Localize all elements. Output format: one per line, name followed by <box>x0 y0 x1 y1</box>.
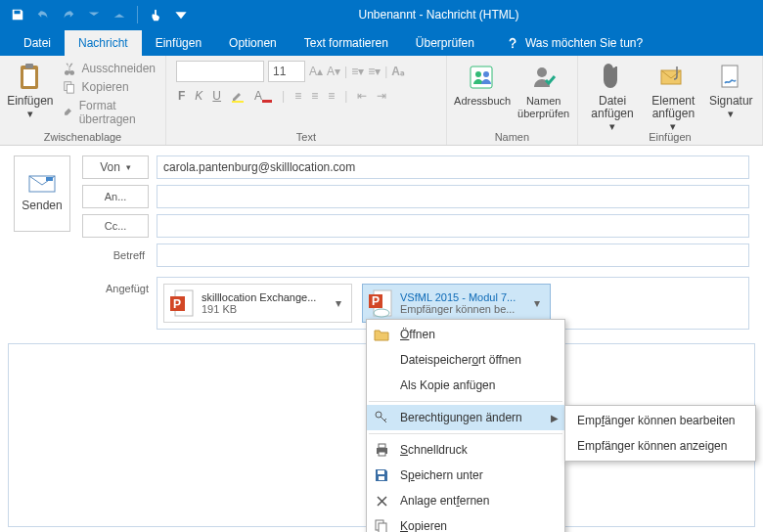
window-title: Unbenannt - Nachricht (HTML) <box>193 8 685 22</box>
svg-rect-26 <box>379 476 384 480</box>
printer-icon <box>373 441 390 459</box>
font-size-combo[interactable]: 11 <box>268 61 305 82</box>
grow-font-icon[interactable]: A▴ <box>309 65 323 78</box>
powerpoint-cloud-icon: P <box>367 288 394 318</box>
align-left-icon[interactable]: ≡ <box>294 89 301 103</box>
send-button[interactable]: Senden <box>14 155 70 232</box>
underline-button[interactable]: U <box>212 89 221 103</box>
highlight-icon[interactable] <box>231 89 245 103</box>
svg-rect-4 <box>67 84 73 93</box>
chevron-down-icon[interactable]: ▾ <box>336 296 347 310</box>
svg-point-9 <box>537 67 547 77</box>
group-attach-label: Einfügen <box>578 131 762 143</box>
svg-rect-24 <box>379 452 385 456</box>
svg-rect-11 <box>722 66 738 87</box>
tab-review[interactable]: Überprüfen <box>402 30 488 56</box>
attachment-item[interactable]: P VSfML 2015 - Modul 7... Empfänger könn… <box>362 284 551 323</box>
align-center-icon[interactable]: ≡ <box>311 89 318 103</box>
qat-redo[interactable] <box>57 3 80 26</box>
svg-rect-6 <box>471 66 492 88</box>
svg-rect-25 <box>378 470 384 474</box>
svg-point-8 <box>483 71 489 77</box>
bold-button[interactable]: F <box>178 89 185 103</box>
qat-undo[interactable] <box>31 3 55 26</box>
subject-field[interactable] <box>157 244 749 267</box>
svg-text:P: P <box>173 297 181 311</box>
ctx-attach-as-copy[interactable]: Als Kopie anfügen <box>367 373 564 398</box>
attached-label: Angefügt <box>82 277 149 294</box>
from-button[interactable]: Von▾ <box>82 155 149 179</box>
cc-button[interactable]: Cc... <box>82 214 149 238</box>
check-names-button[interactable]: Namen überprüfen <box>514 58 572 124</box>
svg-point-20 <box>374 309 389 317</box>
indent-right-icon[interactable]: ⇥ <box>377 89 386 103</box>
qat-save[interactable] <box>6 3 29 26</box>
format-painter-button[interactable]: Format übertragen <box>57 97 161 128</box>
perm-can-view[interactable]: Empfänger können anzeigen <box>565 433 755 459</box>
to-field[interactable] <box>157 185 749 208</box>
remove-icon <box>373 492 390 510</box>
font-color-icon[interactable]: A <box>254 89 272 103</box>
numbering-icon[interactable]: ≡▾ <box>368 65 381 78</box>
qat-touch[interactable] <box>144 3 167 26</box>
svg-rect-5 <box>232 101 244 103</box>
folder-open-icon <box>373 326 390 343</box>
ctx-copy[interactable]: Kopieren <box>367 513 564 532</box>
tab-message[interactable]: Nachricht <box>65 30 142 56</box>
svg-rect-23 <box>379 444 385 448</box>
attachment-item[interactable]: P skilllocation Exchange... 191 KB ▾ <box>163 284 352 323</box>
permissions-submenu: Empfänger können bearbeiten Empfänger kö… <box>564 405 756 462</box>
ctx-quick-print[interactable]: Schnelldruck <box>367 437 564 463</box>
attachment-context-menu: Öffnen Dateispeicherort öffnen Als Kopie… <box>366 319 565 532</box>
submenu-arrow-icon: ▶ <box>551 413 559 423</box>
ctx-save-as[interactable]: Speichern unter <box>367 463 564 488</box>
ctx-change-permissions[interactable]: Berechtigungen ändern ▶ <box>367 405 564 430</box>
subject-label: Betreff <box>82 244 149 267</box>
powerpoint-icon: P <box>168 288 196 318</box>
ctx-open-location[interactable]: Dateispeicherort öffnen <box>367 347 564 373</box>
copy-icon <box>373 517 390 532</box>
shrink-font-icon[interactable]: A▾ <box>327 65 340 78</box>
cc-field[interactable] <box>157 214 749 238</box>
tell-me[interactable]: Was möchten Sie tun? <box>494 30 654 56</box>
ctx-remove-attachment[interactable]: Anlage entfernen <box>367 488 564 513</box>
from-value: carola.pantenburg@skilllocation.com <box>157 155 749 179</box>
qat-next[interactable] <box>108 3 131 26</box>
attach-item-button[interactable]: Element anfügen ▾ <box>643 58 703 137</box>
bullets-icon[interactable]: ≡▾ <box>351 65 364 78</box>
svg-point-7 <box>475 71 481 77</box>
svg-rect-1 <box>23 69 35 86</box>
align-right-icon[interactable]: ≡ <box>328 89 335 103</box>
cut-button[interactable]: Ausschneiden <box>57 60 161 77</box>
svg-rect-28 <box>379 523 386 532</box>
tab-insert[interactable]: Einfügen <box>142 30 215 56</box>
svg-rect-2 <box>25 64 33 68</box>
ctx-open[interactable]: Öffnen <box>367 322 564 347</box>
paste-button[interactable]: Einfügen▾ <box>4 58 57 124</box>
indent-left-icon[interactable]: ⇤ <box>357 89 367 103</box>
qat-prev[interactable] <box>82 3 106 26</box>
italic-button[interactable]: K <box>195 89 202 103</box>
tab-file[interactable]: Datei <box>10 30 65 56</box>
svg-rect-13 <box>46 177 53 181</box>
tab-format[interactable]: Text formatieren <box>291 30 402 56</box>
group-names-label: Namen <box>447 131 577 143</box>
to-button[interactable]: An... <box>82 185 149 208</box>
key-icon <box>373 409 390 426</box>
group-text-label: Text <box>166 131 446 143</box>
perm-can-edit[interactable]: Empfänger können bearbeiten <box>565 408 755 433</box>
font-family-combo[interactable] <box>176 61 264 82</box>
chevron-down-icon[interactable]: ▾ <box>534 296 546 310</box>
address-book-button[interactable]: Adressbuch <box>451 58 515 111</box>
font-caps-icon[interactable]: Aₐ <box>391 65 405 78</box>
tab-options[interactable]: Optionen <box>215 30 291 56</box>
svg-text:P: P <box>372 294 380 308</box>
save-icon <box>373 466 390 484</box>
attach-file-button[interactable]: Datei anfügen ▾ <box>582 58 643 137</box>
qat-customize[interactable] <box>169 3 193 26</box>
copy-button[interactable]: Kopieren <box>57 78 161 96</box>
signature-button[interactable]: Signatur▾ <box>704 58 758 124</box>
group-clipboard-label: Zwischenablage <box>0 131 165 143</box>
